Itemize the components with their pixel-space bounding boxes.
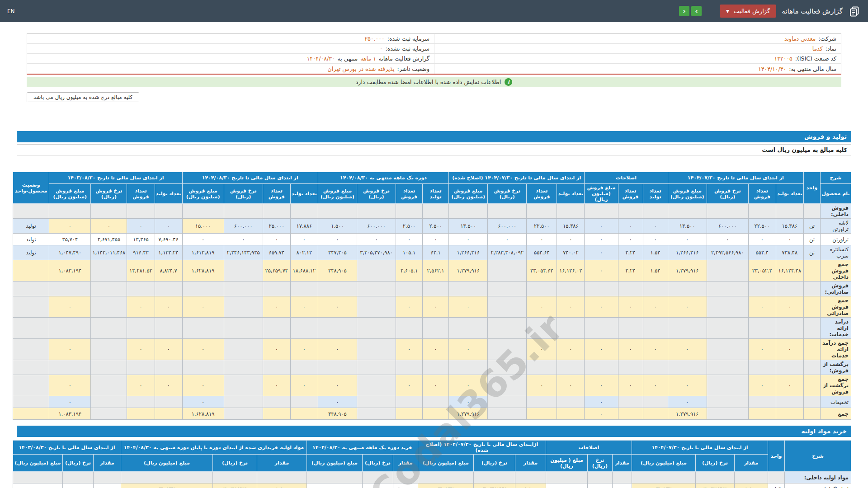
company-info-cell: گزارش فعالیت ماهانه۱ ماههمنتهی به۱۴۰۴/۰۸… <box>27 54 434 63</box>
table-row: درآمد ارائه خدمات: <box>13 318 851 339</box>
report-type-select[interactable]: گزارش فعالیت ▼ <box>720 5 776 18</box>
table-cell: ۱۳,۵۰۰ <box>668 219 707 234</box>
table-cell <box>618 396 643 408</box>
table-cell: ۱.۵۴ <box>643 260 668 282</box>
table-cell <box>91 339 127 360</box>
table-cell <box>155 396 182 408</box>
table-cell <box>224 204 263 219</box>
table-cell <box>127 204 155 219</box>
unit-note-tab[interactable]: کلیه مبالغ درج شده به میلیون ریال می باش… <box>27 92 139 102</box>
next-report-button[interactable]: › <box>691 6 702 16</box>
table-cell: ۰ <box>585 219 618 234</box>
table-cell: ۰ <box>318 339 357 360</box>
table-cell <box>290 204 318 219</box>
table-cell <box>668 318 707 339</box>
table-cell: ۰ <box>396 234 423 245</box>
table-cell <box>49 204 91 219</box>
table-cell <box>776 318 803 339</box>
table-cell <box>357 396 396 408</box>
table-cell: ۰ <box>318 375 357 396</box>
table-cell: ۲۲,۵۰۰ <box>748 219 776 234</box>
table-cell: ۰ <box>585 296 618 318</box>
table-cell: ۰ <box>127 375 155 396</box>
table-cell: ۱,۰۴۷,۴۹۰ <box>49 245 91 260</box>
table-cell: ۱۵,۳۸۶ <box>557 219 585 234</box>
table-cell: ۰ <box>668 339 707 360</box>
info-icon: i <box>505 78 512 86</box>
table-cell <box>643 204 668 219</box>
table-cell <box>91 396 127 408</box>
column-header: نرخ (ریال) <box>212 455 257 472</box>
table-cell: ۰ <box>643 339 668 360</box>
table-cell <box>263 360 290 375</box>
table-row: جمع فروش داخلی۱۶,۱۲۴.۴۸۲۳,۰۵۲.۴۱,۲۷۹,۹۱۶… <box>13 260 851 282</box>
table-cell <box>776 282 803 296</box>
row-label: لاشه تراورتن <box>820 219 851 234</box>
table-cell <box>13 339 49 360</box>
table-cell <box>263 318 290 339</box>
table-cell <box>557 282 585 296</box>
table-cell <box>488 282 527 296</box>
table-cell <box>707 282 748 296</box>
table-row: کنسانتره سربتن۷۳۸.۴۸۵۵۲.۴۲,۲۹۲,۵۶۶,۹۸۰۱,… <box>13 245 851 260</box>
column-header: تعداد فروش <box>618 184 643 204</box>
table-cell: ۰ <box>585 396 618 408</box>
language-toggle[interactable]: EN <box>7 8 15 14</box>
table-cell <box>362 472 393 483</box>
notice-text: اطلاعات نمایش داده شده با اطلاعات امضا ش… <box>356 79 501 85</box>
table-cell: ۱۰۵.۱ <box>396 245 423 260</box>
table-cell <box>643 282 668 296</box>
table-cell <box>527 318 557 339</box>
row-label: فروش داخلی: <box>820 204 851 219</box>
clipboard-report-icon[interactable] <box>848 5 861 18</box>
table-cell: ۱۳,۵۰۰ <box>449 219 488 234</box>
column-header: تعداد تولید <box>155 184 182 204</box>
table-cell <box>803 282 820 296</box>
column-header: مقدار <box>393 455 418 472</box>
table-row: جمع فروش صادراتی۰۰۰۰۰۰۰۰۰۰۰۰۰۰۰۰۰۰ <box>13 296 851 318</box>
table-cell <box>776 396 803 408</box>
table-cell <box>418 472 473 483</box>
info-value[interactable]: معدنی دماوند <box>784 35 816 42</box>
table-cell: ۵۵۲.۴ <box>748 245 776 260</box>
row-label: جمع <box>820 408 851 420</box>
info-label: گزارش فعالیت ماهانه <box>379 55 429 62</box>
table-cell <box>776 360 803 375</box>
table-cell <box>707 296 748 318</box>
row-label: برگشت از فروش: <box>820 360 851 375</box>
column-header: نرخ فروش (ریال) <box>707 184 748 204</box>
table-cell <box>290 318 318 339</box>
info-value: پذیرفته شده در بورس تهران <box>327 66 394 72</box>
table-cell <box>803 339 820 360</box>
table-cell: ۲۵,۰۰۰ <box>263 219 290 234</box>
table-cell: ۱.۵۴ <box>643 245 668 260</box>
table-cell <box>263 408 290 420</box>
table-cell <box>488 375 527 396</box>
row-label: جمع فروش صادراتی <box>820 296 851 318</box>
table-cell <box>13 296 49 318</box>
table-cell <box>127 396 155 408</box>
column-header: تعداد تولید <box>423 184 449 204</box>
table-cell: ۰ <box>546 483 587 488</box>
table-cell <box>449 282 488 296</box>
table-cell <box>707 360 748 375</box>
previous-report-button[interactable]: ‹ <box>679 6 689 16</box>
table-cell: ۰ <box>776 296 803 318</box>
column-header: تعداد تولید <box>557 184 585 204</box>
column-header: تعداد تولید <box>643 184 668 204</box>
column-header: مقدار <box>735 455 768 472</box>
company-info-box: شرکت:معدنی دماوندسرمایه ثبت شده:۲۵۰,۰۰۰ن… <box>27 33 841 75</box>
table-cell <box>776 408 803 420</box>
column-header: نام محصول <box>820 184 851 204</box>
table-cell: ۰ <box>49 339 91 360</box>
table-cell: تن <box>803 245 820 260</box>
table-cell: ۲۲,۵۰۰ <box>527 219 557 234</box>
info-value: ۲۵۰,۰۰۰ <box>364 35 384 42</box>
table-cell: ۰ <box>527 339 557 360</box>
table-cell <box>668 360 707 375</box>
table-row: امیل اگزانتاتکیلو۸,۸۰۰۳,۵۳۷,۷۲۷۳۱,۱۳۲۰۰۰… <box>13 483 851 488</box>
table-row: تراورتنتن۰۰۰۰۰۰۰۰۰۰۰۰۰۰۰۰۰۰۰۷,۶۹۰.۴۶۱۳,۳… <box>13 234 851 245</box>
table-cell: ۰ <box>155 296 182 318</box>
table-cell <box>618 408 643 420</box>
column-group-header: اصلاحات <box>546 441 632 455</box>
